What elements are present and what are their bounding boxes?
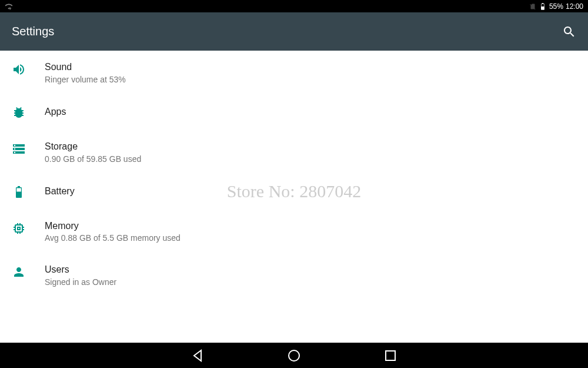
- no-sim-icon: [529, 3, 536, 10]
- app-header: Settings: [0, 12, 588, 51]
- user-icon: [12, 265, 26, 279]
- recent-apps-button[interactable]: [383, 349, 397, 363]
- settings-item-subtitle: 0.90 GB of 59.85 GB used: [45, 154, 576, 164]
- svg-text:?: ?: [9, 6, 12, 10]
- settings-item-title: Battery: [45, 185, 576, 198]
- settings-item-title: Memory: [45, 220, 576, 233]
- settings-item-subtitle: Avg 0.88 GB of 5.5 GB memory used: [45, 233, 576, 243]
- settings-item-apps[interactable]: Apps: [0, 95, 588, 130]
- settings-item-battery[interactable]: Battery: [0, 174, 588, 210]
- wifi-question-icon: ?: [5, 2, 13, 11]
- settings-item-title: Users: [45, 264, 576, 276]
- settings-item-sound[interactable]: Sound Ringer volume at 53%: [0, 51, 588, 95]
- apps-icon: [12, 105, 26, 120]
- svg-point-3: [289, 350, 299, 361]
- storage-icon: [12, 142, 26, 156]
- settings-item-storage[interactable]: Storage 0.90 GB of 59.85 GB used: [0, 130, 588, 174]
- volume-up-icon: [12, 62, 26, 77]
- page-title: Settings: [12, 25, 54, 38]
- back-button[interactable]: [191, 349, 205, 363]
- battery-icon: [12, 185, 26, 199]
- svg-rect-4: [386, 351, 395, 360]
- memory-icon: [12, 221, 26, 236]
- settings-item-memory[interactable]: Memory Avg 0.88 GB of 5.5 GB memory used: [0, 210, 588, 254]
- search-icon[interactable]: [562, 25, 576, 39]
- battery-status-icon: [539, 2, 547, 11]
- svg-rect-1: [542, 4, 544, 6]
- status-bar: ? 55% 12:00: [0, 0, 588, 12]
- navigation-bar: [0, 343, 588, 368]
- settings-item-subtitle: Ringer volume at 53%: [45, 75, 576, 84]
- settings-item-users[interactable]: Users Signed in as Owner: [0, 253, 588, 297]
- settings-item-title: Sound: [45, 61, 576, 74]
- settings-item-title: Apps: [45, 106, 576, 118]
- settings-item-subtitle: Signed in as Owner: [45, 277, 576, 287]
- battery-percentage: 55%: [549, 2, 563, 11]
- clock: 12:00: [566, 2, 583, 11]
- settings-list: Sound Ringer volume at 53% Apps Storage …: [0, 51, 588, 343]
- home-button[interactable]: [287, 349, 301, 363]
- settings-item-title: Storage: [45, 141, 576, 153]
- svg-rect-2: [16, 188, 21, 191]
